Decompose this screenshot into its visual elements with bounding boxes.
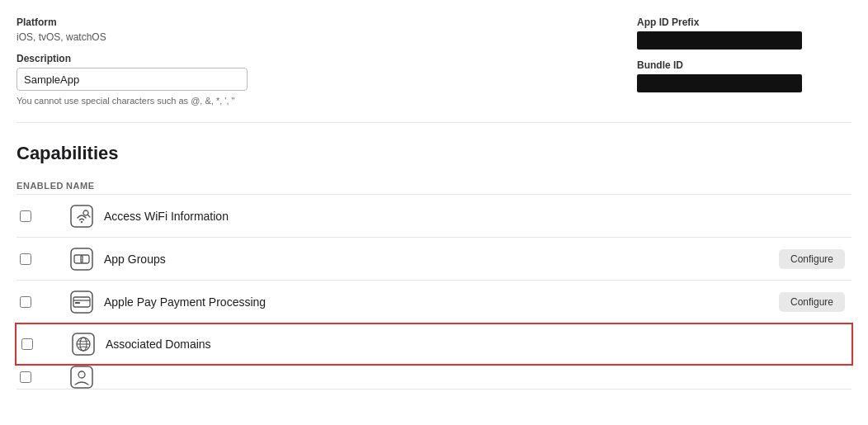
description-label: Description <box>17 53 604 64</box>
capability-row-apple-pay: Apple Pay Payment Processing Configure <box>17 281 851 323</box>
associated-domains-name: Associated Domains <box>106 338 850 351</box>
svg-rect-15 <box>71 366 92 388</box>
bundle-id-value <box>637 74 802 92</box>
capability-row-wifi: Access WiFi Information <box>17 195 851 238</box>
right-column: App ID Prefix Bundle ID <box>637 17 851 106</box>
capability-row-app-groups: App Groups Configure <box>17 238 851 281</box>
platform-label: Platform <box>17 17 604 28</box>
platform-value: iOS, tvOS, watchOS <box>17 31 604 43</box>
wifi-name: Access WiFi Information <box>104 210 851 223</box>
bundle-id-label: Bundle ID <box>637 59 851 71</box>
associated-domains-checkbox-cell <box>18 338 68 350</box>
description-hint: You cannot use special characters such a… <box>17 96 604 106</box>
associated-domains-checkbox[interactable] <box>21 338 33 350</box>
apple-pay-icon <box>66 290 97 314</box>
capabilities-table-header: ENABLED NAME <box>17 177 851 195</box>
top-section: Platform iOS, tvOS, watchOS Description … <box>17 17 851 123</box>
left-column: Platform iOS, tvOS, watchOS Description … <box>17 17 604 106</box>
app-groups-icon <box>66 248 97 271</box>
wifi-search-icon <box>66 205 97 228</box>
col-name-header: NAME <box>66 181 851 191</box>
capabilities-title: Capabilities <box>17 143 851 164</box>
app-groups-name: App Groups <box>104 253 779 266</box>
svg-line-3 <box>88 215 91 217</box>
svg-rect-10 <box>75 302 80 304</box>
partial-checkbox-cell <box>17 371 66 383</box>
app-groups-checkbox-cell <box>17 253 66 265</box>
apple-pay-checkbox[interactable] <box>20 296 31 308</box>
wifi-checkbox-cell <box>17 210 66 222</box>
svg-rect-7 <box>71 291 92 313</box>
svg-point-16 <box>78 371 85 378</box>
col-enabled-header: ENABLED <box>17 181 66 191</box>
description-input[interactable] <box>17 68 248 91</box>
capability-row-partial <box>17 365 851 390</box>
svg-point-1 <box>81 220 83 222</box>
wifi-checkbox[interactable] <box>20 210 31 222</box>
globe-icon <box>68 333 99 356</box>
app-id-prefix-label: App ID Prefix <box>637 17 851 28</box>
app-groups-checkbox[interactable] <box>20 253 31 265</box>
capability-row-associated-domains: Associated Domains <box>15 323 853 366</box>
apple-pay-name: Apple Pay Payment Processing <box>104 295 779 309</box>
app-groups-configure-button[interactable]: Configure <box>779 249 845 269</box>
partial-checkbox[interactable] <box>20 371 31 383</box>
capabilities-section: Capabilities ENABLED NAME Access WiFi In… <box>17 143 851 390</box>
apple-pay-checkbox-cell <box>17 296 66 308</box>
partial-icon <box>66 366 97 389</box>
app-id-prefix-value <box>637 31 802 50</box>
apple-pay-configure-button[interactable]: Configure <box>779 292 845 312</box>
